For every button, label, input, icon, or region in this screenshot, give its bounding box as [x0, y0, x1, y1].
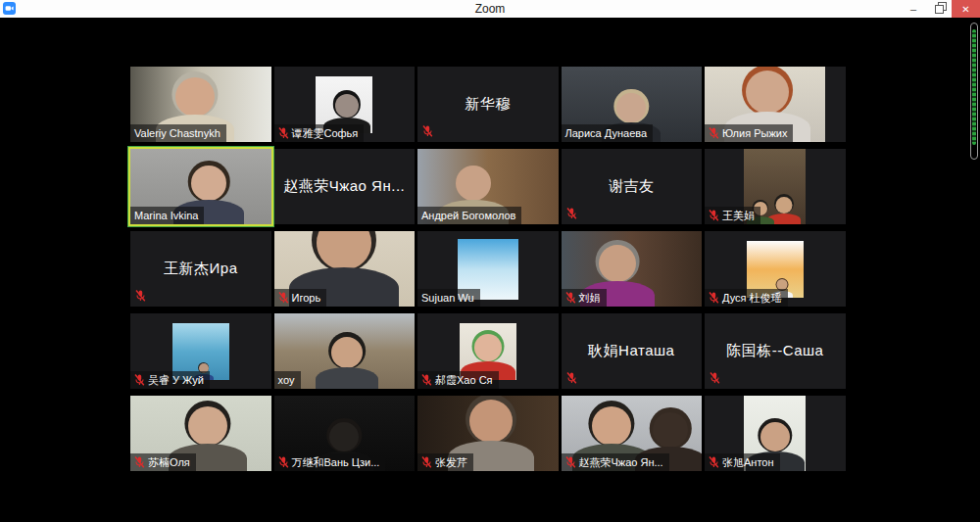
participant-tile[interactable]: 赵燕荣Чжао Ян... — [274, 149, 416, 224]
participant-name-centered: 耿娟Наташа — [562, 313, 703, 389]
participant-grid: Valeriy Chastnykh 谭雅雯Софья新华穆 Лариса Дун… — [130, 67, 846, 471]
participant-name-label: Юлия Рыжих — [705, 124, 793, 142]
restore-button[interactable] — [926, 0, 952, 18]
participant-name: 张旭Антон — [722, 455, 774, 469]
participant-name: Андрей Богомолов — [421, 209, 515, 222]
muted-mic-icon — [565, 456, 576, 468]
participant-tile[interactable]: 赵燕荣Чжао Ян... — [562, 396, 703, 471]
participant-name-label: 苏楠Оля — [130, 453, 196, 471]
participant-name-label: 刘娟 — [562, 289, 607, 307]
participant-name-label: xoy — [274, 371, 301, 389]
participant-name-label: 谭雅雯Софья — [274, 124, 365, 142]
participant-name-label: 张旭Антон — [705, 453, 780, 471]
minimize-button[interactable]: – — [901, 0, 926, 18]
muted-mic-icon — [278, 456, 289, 468]
participant-name: Игорь — [292, 291, 321, 305]
participant-name: 赵燕荣Чжао Ян... — [579, 455, 663, 469]
participant-tile[interactable]: Юлия Рыжих — [705, 67, 846, 142]
participant-name-centered: 陈国栋--Саша — [705, 313, 846, 389]
participant-tile[interactable]: Дуся 杜俊瑶 — [705, 231, 846, 307]
restore-icon — [935, 5, 944, 14]
participant-name-centered: 谢吉友 — [562, 149, 703, 224]
participant-name-centered: 新华穆 — [417, 67, 559, 142]
participant-name: xoy — [278, 373, 295, 387]
participant-tile[interactable]: xoy — [274, 313, 416, 389]
participant-name: 刘娟 — [579, 291, 601, 305]
participant-tile[interactable]: Sujuan Wu — [417, 231, 559, 307]
participant-tile[interactable]: Андрей Богомолов — [417, 149, 559, 224]
participant-tile[interactable]: 谭雅雯Софья — [274, 67, 416, 142]
participant-name: 郝霞Xao Ся — [435, 373, 493, 387]
person-silhouette — [316, 332, 378, 389]
meeting-gallery-canvas: Valeriy Chastnykh 谭雅雯Софья新华穆 Лариса Дун… — [0, 18, 980, 522]
participant-name: 张发芹 — [435, 455, 467, 469]
participant-name-label: 吴睿 У Жуй — [130, 371, 210, 389]
participant-tile[interactable]: Игорь — [274, 231, 416, 307]
participant-tile[interactable]: Valeriy Chastnykh — [130, 67, 271, 142]
close-button[interactable]: ✕ — [952, 0, 980, 18]
participant-tile[interactable]: 谢吉友 — [562, 149, 703, 224]
participant-name-label: Игорь — [274, 289, 327, 307]
participant-tile[interactable]: 刘娟 — [562, 231, 703, 307]
muted-mic-icon — [134, 374, 145, 386]
participant-name-label: Лариса Дунаева — [562, 124, 654, 142]
muted-mic-icon — [709, 210, 719, 221]
muted-mic-icon — [566, 208, 577, 219]
participant-name-label: Sujuan Wu — [417, 289, 480, 307]
participant-name-label: 王美娟 — [705, 207, 760, 224]
participant-name: 谭雅雯Софья — [292, 126, 359, 140]
participant-tile[interactable]: 王美娟 — [705, 149, 846, 224]
muted-mic-icon — [278, 292, 289, 304]
muted-mic-icon — [709, 127, 719, 139]
participant-name-centered: 赵燕荣Чжао Ян... — [274, 149, 416, 224]
participant-tile[interactable]: 苏楠Оля — [130, 396, 271, 471]
participant-name-centered: 王新杰Ира — [130, 231, 271, 307]
participant-tile[interactable]: 陈国栋--Саша — [705, 313, 846, 389]
muted-mic-icon — [709, 456, 719, 468]
participant-tile[interactable]: 万继和Вань Цзи... — [274, 396, 416, 471]
participant-name-label: 赵燕荣Чжао Ян... — [562, 453, 669, 471]
participant-name: Лариса Дунаева — [565, 126, 648, 140]
participant-tile[interactable]: 张发芹 — [417, 396, 559, 471]
participant-name: Marina Ivkina — [134, 209, 198, 222]
muted-mic-icon — [565, 292, 576, 304]
muted-mic-icon — [422, 125, 433, 137]
muted-mic-icon — [278, 127, 289, 139]
participant-name-label: Дуся 杜俊瑶 — [705, 289, 788, 307]
participant-name: Sujuan Wu — [421, 291, 474, 305]
window-title: Zoom — [0, 0, 980, 18]
participant-tile[interactable]: 王新杰Ира — [130, 231, 271, 307]
participant-tile[interactable]: Marina Ivkina — [130, 149, 271, 224]
participant-name: 苏楠Оля — [148, 455, 190, 469]
muted-mic-icon — [421, 374, 432, 386]
muted-mic-icon — [566, 372, 577, 384]
muted-mic-icon — [710, 372, 720, 384]
muted-mic-icon — [134, 456, 145, 468]
participant-name-label: 万继和Вань Цзи... — [274, 453, 386, 471]
participant-tile[interactable]: Лариса Дунаева — [562, 67, 703, 142]
participant-name-label: Valeriy Chastnykh — [130, 124, 226, 142]
participant-name: 吴睿 У Жуй — [148, 373, 204, 387]
participant-name: Дуся 杜俊瑶 — [722, 291, 782, 305]
muted-mic-icon — [135, 290, 146, 302]
participant-tile[interactable]: 郝霞Xao Ся — [417, 313, 559, 389]
participant-tile[interactable]: 耿娟Наташа — [562, 313, 703, 389]
participant-tile[interactable]: 吴睿 У Жуй — [130, 313, 271, 389]
muted-mic-icon — [421, 456, 432, 468]
participant-tile[interactable]: 新华穆 — [417, 67, 559, 142]
participant-name: Юлия Рыжих — [722, 126, 787, 140]
participant-name: 王美娟 — [722, 209, 755, 222]
participant-name-label: Андрей Богомолов — [417, 207, 521, 224]
gallery-scroll-indicator[interactable] — [970, 23, 978, 160]
participant-name-label: Marina Ivkina — [130, 207, 204, 224]
participant-name-label: 张发芹 — [417, 453, 473, 471]
participant-name: Valeriy Chastnykh — [134, 126, 220, 140]
participant-name-label: 郝霞Xao Ся — [417, 371, 499, 389]
participant-tile[interactable]: 张旭Антон — [705, 396, 846, 471]
gallery-scroll-thumb — [972, 29, 976, 145]
participant-name: 万继和Вань Цзи... — [292, 455, 380, 469]
muted-mic-icon — [709, 292, 719, 304]
window-titlebar: Zoom – ✕ — [0, 0, 980, 18]
